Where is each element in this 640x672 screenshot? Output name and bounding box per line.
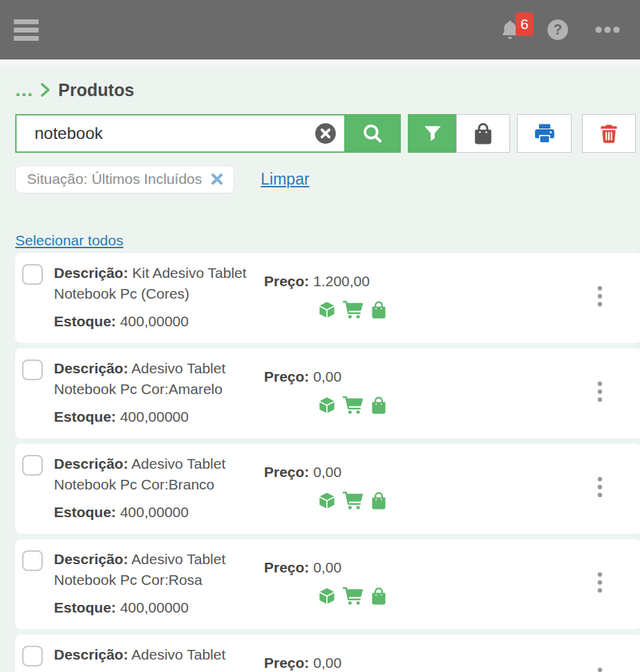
product-stock-line: Estoque: 400,00000 [54, 311, 256, 332]
price-label: Preço: [264, 464, 309, 480]
description-label: Descrição: [54, 265, 128, 281]
row-menu-button[interactable] [594, 569, 605, 599]
product-row: Descrição: Kit Adesivo Tablet Notebook P… [15, 253, 640, 343]
shopping-bag-icon [370, 492, 387, 510]
product-action-icons [318, 300, 387, 319]
stock-label: Estoque: [54, 599, 116, 615]
row-menu-button[interactable] [594, 378, 605, 408]
bag-button[interactable] [370, 492, 387, 510]
product-stock: 400,00000 [120, 313, 189, 329]
description-label: Descrição: [54, 456, 128, 472]
product-action-icons [318, 586, 387, 605]
product-description: Adesivo Tablet [131, 646, 225, 662]
product-description-column: Descrição: Adesivo Tablet Notebook Pc Co… [54, 454, 256, 523]
search-button[interactable] [344, 114, 401, 153]
package-button[interactable] [318, 301, 336, 319]
product-stock-line: Estoque: 400,00000 [54, 597, 256, 618]
search-group [15, 114, 401, 153]
overflow-menu-button[interactable] [594, 26, 621, 34]
product-description-line: Descrição: Adesivo Tablet Notebook Pc Co… [54, 358, 256, 400]
help-button[interactable]: ? [546, 18, 570, 41]
stock-label: Estoque: [54, 504, 116, 520]
hamburger-icon [14, 19, 39, 24]
hamburger-menu-button[interactable] [14, 19, 39, 41]
product-price-line: Preço: 1.200,00 [264, 273, 387, 290]
bag-button[interactable] [370, 587, 387, 605]
product-price-column: Preço: 1.200,00 [264, 273, 387, 319]
price-label: Preço: [264, 559, 309, 575]
active-filters-row: Situação: Últimos Incluídos Limpar [15, 165, 640, 194]
product-row: Descrição: Adesivo Tablet Notebook Pc Co… [15, 348, 640, 438]
product-description-line: Descrição: Adesivo Tablet Notebook Pc Co… [54, 549, 256, 590]
shopping-bag-icon [370, 396, 387, 414]
product-checkbox[interactable] [22, 550, 43, 571]
filter-button[interactable] [408, 114, 456, 153]
shopping-bag-button[interactable] [456, 114, 510, 153]
package-button[interactable] [318, 587, 336, 605]
price-label: Preço: [264, 655, 309, 671]
cart-icon [343, 491, 364, 510]
row-menu-button[interactable] [594, 664, 605, 672]
cart-button[interactable] [343, 395, 364, 414]
clear-filters-link[interactable]: Limpar [261, 170, 309, 189]
package-icon [318, 587, 336, 605]
kebab-menu-icon [597, 286, 603, 308]
kebab-menu-icon [597, 572, 603, 594]
product-action-icons [318, 395, 387, 414]
cart-button[interactable] [343, 491, 364, 510]
cart-button[interactable] [343, 586, 364, 605]
remove-filter-button[interactable] [209, 171, 225, 187]
description-label: Descrição: [54, 646, 128, 662]
close-icon [209, 171, 225, 187]
bag-button[interactable] [370, 396, 387, 414]
product-stock: 400,00000 [120, 504, 189, 520]
description-label: Descrição: [54, 360, 128, 376]
row-menu-button[interactable] [594, 283, 605, 312]
main-content: ... Produtos [0, 79, 640, 672]
clear-search-button[interactable] [314, 122, 337, 145]
kebab-menu-icon [597, 381, 603, 403]
print-button[interactable] [517, 114, 572, 153]
package-icon [318, 396, 336, 414]
product-row: Descrição: Adesivo Tablet Estoque: Preço… [15, 635, 640, 672]
stock-label: Estoque: [54, 409, 116, 424]
breadcrumb-parent-link[interactable]: ... [15, 85, 33, 95]
package-button[interactable] [318, 492, 336, 510]
product-checkbox[interactable] [22, 360, 43, 380]
product-description-line: Descrição: Kit Adesivo Tablet Notebook P… [54, 263, 256, 304]
kebab-menu-icon [597, 667, 603, 672]
product-price: 1.200,00 [313, 273, 370, 289]
product-price: 0,00 [313, 464, 341, 480]
product-checkbox[interactable] [22, 646, 43, 666]
notification-badge: 6 [516, 12, 534, 36]
product-description-line: Descrição: Adesivo Tablet [54, 644, 256, 665]
product-description-column: Descrição: Adesivo Tablet Notebook Pc Co… [54, 549, 256, 618]
price-label: Preço: [264, 273, 309, 289]
package-button[interactable] [318, 396, 336, 414]
product-description-column: Descrição: Adesivo Tablet Notebook Pc Co… [54, 358, 256, 427]
product-price-line: Preço: 0,00 [264, 655, 387, 671]
shopping-bag-icon [472, 122, 494, 144]
notifications-button[interactable]: 6 [499, 18, 521, 41]
cart-button[interactable] [343, 300, 364, 319]
product-price: 0,00 [313, 655, 341, 671]
search-input[interactable] [17, 124, 344, 143]
filter-icon [422, 123, 443, 144]
product-description-line: Descrição: Adesivo Tablet Notebook Pc Co… [54, 454, 256, 495]
product-price: 0,00 [313, 559, 341, 575]
select-all-link[interactable]: Selecionar todos [15, 232, 123, 249]
package-icon [318, 301, 336, 319]
shopping-bag-icon [370, 587, 387, 605]
question-circle-icon: ? [546, 18, 570, 41]
bag-button[interactable] [370, 301, 387, 319]
product-list: Descrição: Kit Adesivo Tablet Notebook P… [15, 253, 640, 672]
product-stock: 400,00000 [120, 409, 189, 424]
stock-label: Estoque: [54, 313, 116, 329]
product-checkbox[interactable] [22, 264, 43, 285]
delete-button[interactable] [582, 114, 636, 153]
product-checkbox[interactable] [22, 455, 43, 476]
product-price-column: Preço: 0,00 [264, 368, 387, 414]
row-menu-button[interactable] [594, 474, 605, 503]
product-price-line: Preço: 0,00 [264, 559, 387, 576]
product-price-line: Preço: 0,00 [264, 464, 387, 480]
